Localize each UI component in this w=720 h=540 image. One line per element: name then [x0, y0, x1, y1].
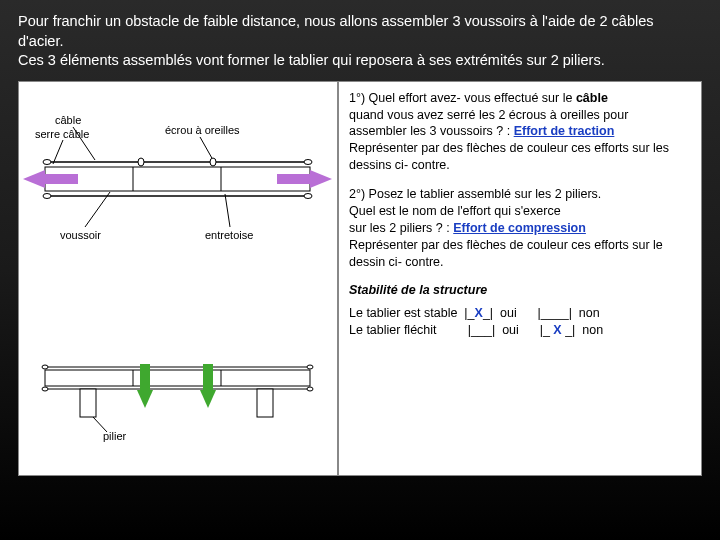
svg-line-2 [200, 137, 213, 160]
stab-row2-non: non [582, 323, 603, 337]
svg-point-11 [304, 193, 312, 198]
label-ecrou: écrou à oreilles [165, 124, 240, 136]
question-2: 2°) Posez le tablier assemblé sur les 2 … [349, 186, 691, 270]
stability-block: Stabilité de la structure Le tablier est… [349, 282, 691, 339]
intro-line2: Ces 3 éléments assemblés vont former le … [18, 52, 605, 68]
svg-point-23 [307, 365, 313, 369]
stability-row2: Le tablier fléchit |___| oui |_ X _| non [349, 322, 691, 339]
left-panel: câble serre câble écrou à oreilles [18, 81, 338, 476]
svg-point-21 [42, 365, 48, 369]
stability-title: Stabilité de la structure [349, 282, 691, 299]
q2-answer: Effort de compression [453, 221, 586, 235]
stab-row1-non: non [579, 306, 600, 320]
svg-point-13 [138, 158, 144, 166]
traction-arrow-left-stem [43, 174, 78, 184]
stab-row1-oui: oui [500, 306, 517, 320]
q2-line3a: sur les 2 piliers ? : [349, 221, 453, 235]
content-area: câble serre câble écrou à oreilles [18, 81, 702, 476]
svg-rect-16 [45, 370, 310, 386]
q2-line4: Représenter par des flèches de couleur c… [349, 238, 663, 269]
svg-rect-3 [45, 167, 310, 191]
q1-cable: câble [576, 91, 608, 105]
label-entretoise: entretoise [205, 229, 253, 241]
svg-point-12 [210, 158, 216, 166]
svg-point-10 [304, 159, 312, 164]
label-voussoir: voussoir [60, 229, 101, 241]
q1-prefix: 1°) Quel effort avez- vous effectué sur … [349, 91, 576, 105]
stab-row1-x: X [475, 306, 483, 320]
diagram-2: pilier [25, 362, 331, 442]
stability-row1: Le tablier est stable |_X_| oui |____| n… [349, 305, 691, 322]
q1-line3a: assembler les 3 voussoirs ? : [349, 124, 514, 138]
svg-line-15 [225, 194, 230, 227]
stab-row2-x: X [553, 323, 561, 337]
svg-line-14 [85, 192, 110, 227]
label-cable: câble [55, 114, 81, 126]
compression-arrow-2-head [200, 390, 216, 408]
q2-line1: 2°) Posez le tablier assemblé sur les 2 … [349, 187, 601, 201]
svg-rect-25 [80, 389, 96, 417]
traction-arrow-right-head [310, 170, 332, 188]
svg-rect-26 [257, 389, 273, 417]
right-panel: 1°) Quel effort avez- vous effectué sur … [338, 81, 702, 476]
question-1: 1°) Quel effort avez- vous effectué sur … [349, 90, 691, 174]
diagram-1: câble serre câble écrou à oreilles [25, 112, 331, 242]
svg-point-9 [43, 193, 51, 198]
stab-row1-label: Le tablier est stable [349, 306, 457, 320]
traction-arrow-right-stem [277, 174, 312, 184]
diagram-2-svg: pilier [25, 362, 330, 442]
q1-answer: Effort de traction [514, 124, 615, 138]
svg-line-1 [53, 140, 63, 164]
intro-text: Pour franchir un obstacle de faible dist… [18, 12, 702, 71]
compression-arrow-1-stem [140, 364, 150, 392]
q1-line4: Représenter par des flèches de couleur c… [349, 141, 669, 172]
compression-arrow-1-head [137, 390, 153, 408]
stab-row2-oui: oui [502, 323, 519, 337]
q2-line2: Quel est le nom de l'effort qui s'exerce [349, 204, 561, 218]
svg-point-8 [43, 159, 51, 164]
label-pilier: pilier [103, 430, 127, 442]
compression-arrow-2-stem [203, 364, 213, 392]
q1-line2: quand vous avez serré les 2 écrous à ore… [349, 108, 628, 122]
intro-line1: Pour franchir un obstacle de faible dist… [18, 13, 654, 49]
svg-point-24 [307, 387, 313, 391]
traction-arrow-left-head [23, 170, 45, 188]
stab-row2-label: Le tablier fléchit [349, 323, 437, 337]
svg-point-22 [42, 387, 48, 391]
label-serre-cable: serre câble [35, 128, 89, 140]
